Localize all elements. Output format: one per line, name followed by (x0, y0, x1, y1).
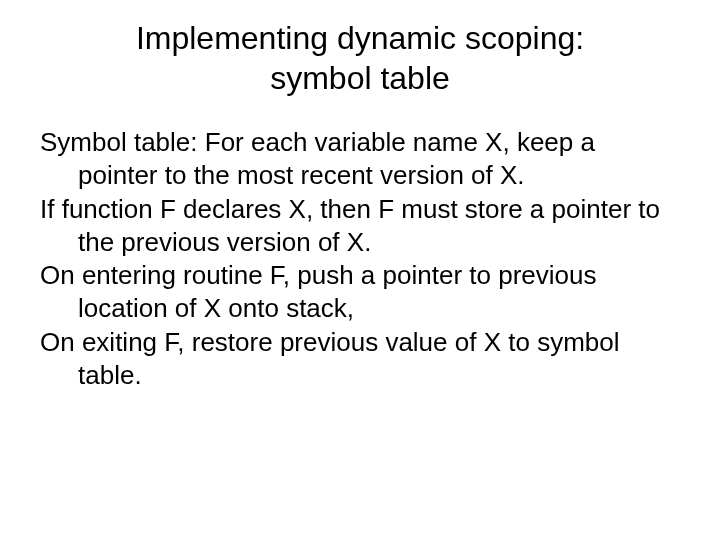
slide-body: Symbol table: For each variable name X, … (40, 126, 680, 392)
paragraph-3: On entering routine F, push a pointer to… (40, 259, 680, 326)
title-line-1: Implementing dynamic scoping: (136, 20, 584, 56)
slide-title: Implementing dynamic scoping: symbol tab… (40, 18, 680, 98)
paragraph-4: On exiting F, restore previous value of … (40, 326, 680, 393)
paragraph-1: Symbol table: For each variable name X, … (40, 126, 680, 193)
title-line-2: symbol table (270, 60, 450, 96)
paragraph-2: If function F declares X, then F must st… (40, 193, 680, 260)
